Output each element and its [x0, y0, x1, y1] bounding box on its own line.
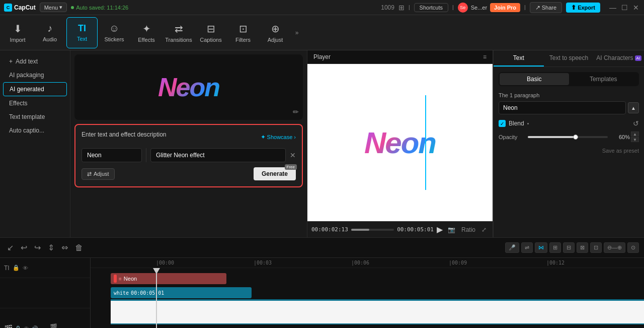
- tool-stickers[interactable]: ☺ Stickers: [99, 17, 130, 48]
- opacity-decrease[interactable]: ▼: [631, 137, 639, 142]
- tool-transitions[interactable]: ⇄ Transitions: [163, 17, 194, 48]
- join-pro-button[interactable]: Join Pro: [490, 3, 520, 12]
- tab-text[interactable]: Text: [494, 50, 544, 67]
- text-icon: TI: [78, 23, 86, 34]
- tl-split-button[interactable]: ⇕: [46, 241, 56, 254]
- adjust-button[interactable]: ⇄ Adjust: [82, 168, 115, 180]
- tl-delete-button[interactable]: 🗑: [73, 241, 85, 254]
- paragraph-input[interactable]: [499, 101, 626, 114]
- adjust-icon: ⇄: [87, 171, 92, 177]
- tab-ai-characters[interactable]: AI Characters: [594, 50, 644, 67]
- divider3: |: [524, 5, 526, 10]
- right-panel-content: Basic Templates The 1 paragraph ▲ ✓ Blen…: [494, 67, 644, 237]
- reset-icon[interactable]: ↺: [633, 119, 639, 127]
- export-button[interactable]: ⬆ Export: [566, 3, 600, 13]
- main-area: + Add text AI packaging AI generated Eff…: [0, 50, 644, 237]
- ratio-button[interactable]: Ratio: [459, 225, 477, 234]
- text-track-lock[interactable]: 🔒: [13, 265, 20, 271]
- timeline-playhead-area: ≡ Neon white 00:00:05:01: [91, 268, 644, 328]
- blend-checkbox[interactable]: ✓: [499, 120, 506, 127]
- cover-track[interactable]: [111, 299, 644, 324]
- save-preset-button[interactable]: Save as preset: [602, 145, 639, 157]
- neon-text-track[interactable]: ≡ Neon: [111, 273, 226, 284]
- cover-eye[interactable]: 👁: [24, 325, 29, 328]
- tool-effects[interactable]: ✦ Effects: [131, 17, 162, 48]
- timeline-body: TI 🔒 👁 🎬 🔒 👁 🔊 ··· 🎬 Cover: [0, 258, 644, 328]
- sidebar-item-auto-caption[interactable]: Auto captio...: [3, 124, 67, 137]
- text-track-header: TI 🔒 👁: [0, 258, 90, 278]
- cover-icon: 🎬: [4, 324, 13, 328]
- opacity-row: Opacity 60% ▲ ▼: [499, 132, 639, 142]
- tool-import[interactable]: ⬇ Import: [2, 17, 33, 48]
- opacity-thumb[interactable]: [573, 135, 578, 140]
- blend-info-dot[interactable]: •: [527, 121, 529, 126]
- ai-actions: ⇄ Adjust Free Generate: [82, 167, 296, 180]
- user-name: Se...er: [471, 5, 487, 11]
- fullscreen-button[interactable]: ⤢: [479, 225, 489, 234]
- add-text-label: Add text: [16, 58, 38, 65]
- cover-audio[interactable]: 🔊: [31, 325, 38, 329]
- mode-templates[interactable]: Templates: [569, 73, 638, 85]
- opacity-slider[interactable]: [528, 136, 608, 138]
- mode-basic[interactable]: Basic: [500, 73, 569, 85]
- neon-track-handle-left[interactable]: [114, 275, 117, 283]
- tl-mic-button[interactable]: 🎤: [505, 242, 519, 253]
- cover-lock[interactable]: 🔒: [15, 325, 22, 329]
- sidebar-item-ai-packaging[interactable]: AI packaging: [3, 69, 67, 82]
- cover-more[interactable]: ···: [40, 325, 45, 328]
- sidebar-item-add-text[interactable]: + Add text: [3, 55, 67, 68]
- playhead[interactable]: [156, 268, 157, 328]
- menu-button[interactable]: Menu ▾: [40, 3, 67, 12]
- tool-text[interactable]: TI Text: [66, 17, 98, 48]
- sidebar-item-text-template[interactable]: Text template: [3, 110, 67, 123]
- tl-split2-button[interactable]: ⇕: [58, 242, 71, 253]
- snapshot-button[interactable]: 📷: [446, 225, 457, 234]
- shortcuts-button[interactable]: Shortcuts: [414, 3, 448, 12]
- tool-audio[interactable]: ♪ Audio: [34, 17, 65, 48]
- text-template-label: Text template: [9, 113, 45, 120]
- tl-link3-button[interactable]: ⊞: [549, 242, 561, 253]
- ai-generated-label: AI generated: [10, 86, 44, 93]
- tl-zoom-button[interactable]: ⊖—⊕: [604, 242, 625, 253]
- share-button[interactable]: ↗ Share: [530, 2, 562, 13]
- time-mark-3: |00:03: [254, 260, 351, 266]
- adjust-label: Adjust: [94, 171, 109, 177]
- player-header: Player ≡: [307, 50, 493, 64]
- tl-select-button[interactable]: ↙: [5, 241, 16, 254]
- layout-icon[interactable]: ⊞: [398, 4, 405, 12]
- tl-link4-button[interactable]: ⊟: [563, 242, 575, 253]
- sidebar-item-ai-generated[interactable]: AI generated: [3, 82, 67, 96]
- sidebar-item-effects[interactable]: Effects: [3, 97, 67, 110]
- player-menu-icon[interactable]: ≡: [483, 53, 487, 60]
- tl-fit-button[interactable]: ⊙: [627, 242, 639, 253]
- text-track-eye[interactable]: 👁: [23, 265, 28, 271]
- tl-link1-button[interactable]: ⇌: [521, 242, 533, 253]
- paragraph-label: The 1 paragraph: [499, 92, 639, 98]
- tab-text-to-speech[interactable]: Text to speech: [544, 50, 594, 67]
- tool-captions[interactable]: ⊟ Captions: [195, 17, 226, 48]
- tl-undo-button[interactable]: ↩: [19, 241, 29, 254]
- toolbar-more-button[interactable]: »: [292, 17, 302, 48]
- play-button[interactable]: ▶: [437, 225, 443, 234]
- edit-preview-icon[interactable]: ✏: [293, 108, 299, 116]
- clear-input-button[interactable]: ✕: [290, 148, 296, 162]
- tl-link5-button[interactable]: ⊠: [577, 242, 588, 253]
- ai-effect-input[interactable]: [150, 148, 286, 162]
- tool-filters[interactable]: ⊡ Filters: [227, 17, 259, 48]
- effects-label: Effects: [9, 100, 27, 107]
- video-track[interactable]: white 00:00:05:01: [111, 287, 252, 298]
- showcase-link[interactable]: ✦ Showcase ›: [261, 134, 296, 141]
- tl-link6-button[interactable]: ⊡: [590, 242, 602, 253]
- video-track-label: white: [114, 290, 129, 296]
- player-timeline-bar[interactable]: [351, 229, 394, 231]
- tool-adjust[interactable]: ⊕ Adjust: [260, 17, 291, 48]
- close-button[interactable]: ✕: [632, 4, 640, 12]
- opacity-increase[interactable]: ▲: [631, 132, 639, 137]
- minimize-button[interactable]: —: [608, 4, 617, 12]
- tl-redo-button[interactable]: ↪: [32, 241, 43, 254]
- expand-button[interactable]: ▲: [628, 102, 639, 113]
- timeline: ↙ ↩ ↪ ⇕ ⇕ 🗑 🎤 ⇌ ⋈ ⊞ ⊟ ⊠ ⊡ ⊖—⊕ ⊙ TI 🔒 👁: [0, 237, 644, 328]
- maximize-button[interactable]: ☐: [620, 4, 629, 12]
- tl-link2-button[interactable]: ⋈: [535, 242, 547, 253]
- ai-text-input[interactable]: [82, 148, 142, 162]
